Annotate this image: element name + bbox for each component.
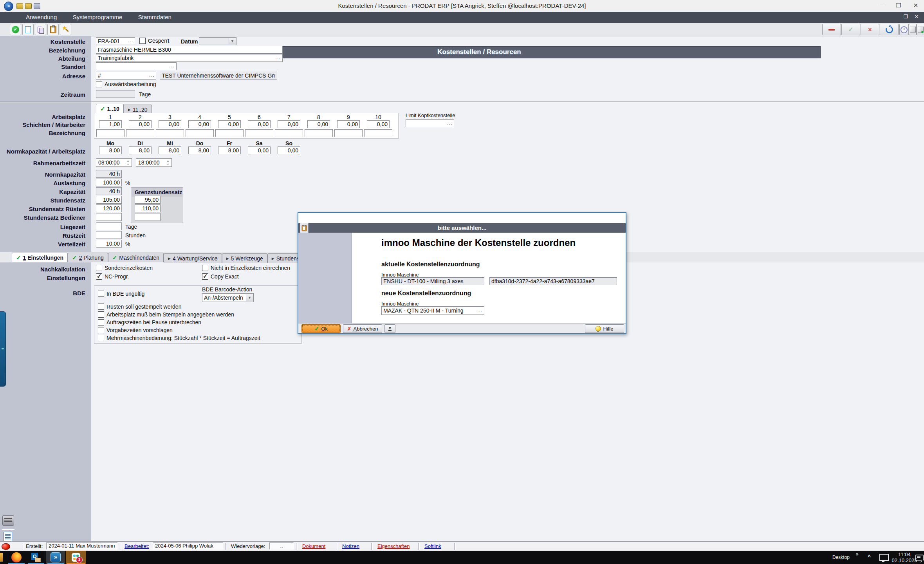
eigenschaften-link[interactable]: Eigenschaften	[377, 543, 410, 549]
tab-maschinendaten[interactable]: ✓Maschinendaten	[108, 253, 164, 262]
window-minimize-button[interactable]: —	[873, 0, 890, 12]
taskbar-slack-button[interactable]: 1	[66, 551, 86, 564]
ap-bezeichnung-input-10[interactable]	[364, 129, 392, 137]
auswaerts-checkbox-row[interactable]: Auswärtsbearbeitung	[96, 81, 156, 87]
gesperrt-checkbox[interactable]	[139, 38, 146, 44]
nc-progr-row[interactable]: NC-Progr.	[96, 273, 129, 280]
mdi-restore-button[interactable]: ❐	[901, 12, 911, 23]
ap-bezeichnung-input-8[interactable]	[305, 129, 333, 137]
standort-lookup-icon[interactable]	[169, 63, 175, 70]
ap-bezeichnung-input-6[interactable]	[245, 129, 273, 137]
liegezeit-input[interactable]	[96, 222, 122, 230]
grenz-ruesten-input[interactable]	[135, 204, 161, 212]
dokument-link[interactable]: Dokument	[302, 543, 325, 549]
new-machine-dropdown[interactable]: MAZAK - QTN 250-II M - Turning	[381, 306, 484, 315]
schichten-input-4[interactable]	[188, 120, 211, 128]
kapazitaet-do-input[interactable]	[188, 146, 211, 154]
vorgabezeiten-checkbox[interactable]	[98, 327, 104, 333]
cancel-button[interactable]: ✗ Abbrechen	[343, 324, 382, 333]
spinner-icon[interactable]	[166, 159, 170, 166]
bde-barcode-action-dropdown[interactable]: An-/Abstempeln	[202, 293, 254, 302]
tab-1-10[interactable]: ✓1..10	[96, 104, 124, 113]
apply-button[interactable]: ✓	[841, 24, 860, 35]
bde-ungueltig-row[interactable]: In BDE ungültig	[98, 291, 144, 297]
notification-center-icon[interactable]	[915, 555, 924, 561]
menu-stammdaten[interactable]: Stammdaten	[131, 12, 179, 23]
chevrons-expand-icon[interactable]: »	[856, 551, 859, 557]
delete-record-button[interactable]	[822, 24, 841, 35]
dialog-system-button[interactable]	[300, 223, 309, 233]
spinner-icon[interactable]	[126, 159, 130, 166]
collapsed-sidepanel-handle[interactable]: ≡	[0, 311, 6, 387]
mehrmaschinen-checkbox[interactable]	[98, 335, 104, 341]
bearbeitet-link[interactable]: Bearbeitet:	[125, 543, 149, 549]
schichten-input-5[interactable]	[218, 120, 241, 128]
ap-bezeichnung-input-2[interactable]	[126, 129, 154, 137]
record-indicator-icon[interactable]	[2, 543, 10, 550]
schichten-input-6[interactable]	[248, 120, 271, 128]
standort-input[interactable]	[96, 62, 177, 70]
network-icon[interactable]	[879, 554, 889, 561]
sondereinzelkosten-checkbox[interactable]	[96, 265, 102, 271]
copy-exact-checkbox[interactable]	[202, 273, 208, 280]
search-wizard-button[interactable]	[60, 24, 71, 35]
taskbar-partial-icon[interactable]	[0, 553, 3, 562]
zeitraum-input[interactable]	[96, 90, 135, 98]
help-button[interactable]: Hilfe	[585, 324, 624, 333]
ap-bezeichnung-input-9[interactable]	[334, 129, 363, 137]
ap-bezeichnung-input-4[interactable]	[186, 129, 214, 137]
tab-werkzeuge[interactable]: ▶5 Werkzeuge	[222, 253, 267, 263]
wiedervorlage-field[interactable]: ..	[269, 542, 294, 550]
datum-dropdown[interactable]	[199, 37, 236, 45]
limit-lookup-icon[interactable]	[447, 121, 453, 128]
schichten-input-2[interactable]	[129, 120, 152, 128]
auswaerts-checkbox[interactable]	[96, 81, 102, 87]
discard-button[interactable]: ×	[861, 24, 879, 35]
softlink-link[interactable]: Softlink	[424, 543, 441, 549]
adresse-input[interactable]	[96, 72, 156, 80]
abteilung-input[interactable]	[96, 54, 283, 62]
nc-progr-checkbox[interactable]	[96, 273, 102, 280]
refresh-button[interactable]	[880, 24, 899, 35]
menu-anwendung[interactable]: Anwendung	[19, 12, 64, 23]
vorgabezeiten-row[interactable]: Vorgabezeiten vorschlagen	[98, 327, 173, 333]
schichten-input-8[interactable]	[307, 120, 330, 128]
new-record-button[interactable]	[22, 24, 34, 35]
package-export-button[interactable]	[917, 24, 924, 35]
window-close-button[interactable]: ✕	[908, 0, 924, 12]
stundensatz-bediener-input[interactable]	[96, 213, 122, 221]
stundensatz-input[interactable]	[96, 196, 122, 204]
nicht-einzelkosten-checkbox[interactable]	[202, 265, 208, 271]
stundensatz-ruesten-input[interactable]	[96, 204, 122, 212]
kapazitaet-mi-input[interactable]	[159, 146, 181, 154]
schichten-input-9[interactable]	[337, 120, 360, 128]
schichten-input-10[interactable]	[367, 120, 390, 128]
pause-row[interactable]: Auftragszeiten bei Pause unterbrechen	[98, 319, 201, 325]
confirm-toolbar-button[interactable]: ✓	[10, 24, 21, 35]
schichten-input-1[interactable]	[99, 120, 122, 128]
label-adresse-link[interactable]: Adresse	[0, 73, 85, 80]
abteilung-lookup-icon[interactable]	[275, 55, 281, 62]
kapazitaet-fr-input[interactable]	[218, 146, 241, 154]
tab-wartung-service[interactable]: ▶4 Wartung/Service	[164, 253, 222, 263]
kapazitaet-mo-input[interactable]	[99, 146, 122, 154]
bezeichnung-input[interactable]	[96, 46, 283, 54]
ap-bezeichnung-input-3[interactable]	[156, 129, 184, 137]
rahmenarbeitszeit-bis-input[interactable]: 18:00:00	[136, 158, 172, 167]
rahmenarbeitszeit-von-input[interactable]: 08:00:00	[96, 158, 132, 167]
ruestzeit-input[interactable]	[96, 231, 122, 239]
chevron-down-icon[interactable]	[229, 38, 236, 44]
package-button[interactable]	[909, 24, 917, 35]
ruesten-stempel-checkbox[interactable]	[98, 304, 104, 310]
tab-einstellungen[interactable]: ✓1 Einstellungen	[12, 253, 68, 262]
taskbar-prodat-button[interactable]: »	[46, 551, 65, 564]
tab-planung[interactable]: ✓2 Planung	[68, 253, 108, 262]
gesperrt-checkbox-row[interactable]: Gesperrt	[139, 38, 169, 44]
taskbar-outlook-button[interactable]	[27, 551, 45, 564]
history-button[interactable]	[899, 24, 909, 35]
kapazitaet-di-input[interactable]	[129, 146, 152, 154]
machine-lookup-icon[interactable]	[477, 308, 483, 315]
arbeitsplatz-stempel-row[interactable]: Arbeitsplatz muß beim Stempeln angegeben…	[98, 311, 234, 318]
ap-bezeichnung-input-1[interactable]	[96, 129, 125, 137]
desktop-toolbar-label[interactable]: Desktop	[832, 555, 850, 560]
